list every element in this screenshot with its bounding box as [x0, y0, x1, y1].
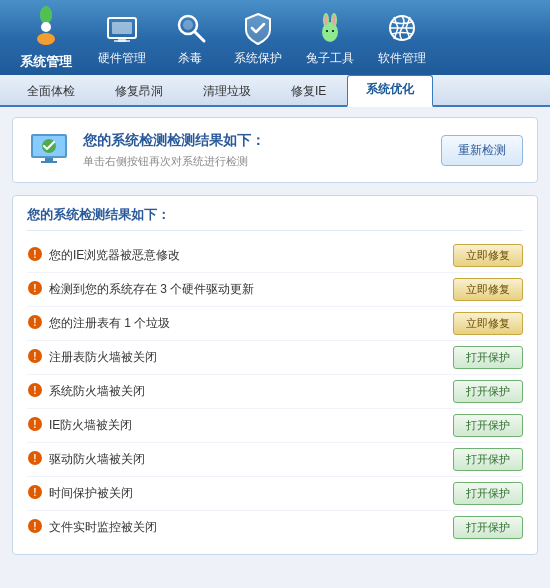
svg-point-4	[41, 22, 51, 32]
nav-software-label: 软件管理	[378, 50, 426, 67]
result-row: ! 注册表防火墙被关闭打开保护	[27, 341, 523, 375]
result-row: ! 检测到您的系统存在 3 个硬件驱动更新立即修复	[27, 273, 523, 307]
top-navigation: 系统管理 硬件管理 杀毒	[0, 0, 550, 75]
warning-icon: !	[27, 382, 43, 401]
action-button-sys-firewall[interactable]: 打开保护	[453, 380, 523, 403]
result-text-reg-firewall: 注册表防火墙被关闭	[49, 349, 157, 366]
warning-icon: !	[27, 246, 43, 265]
svg-point-18	[332, 30, 334, 32]
tab-full-check[interactable]: 全面体检	[8, 77, 94, 105]
result-text-file-monitor: 文件实时监控被关闭	[49, 519, 157, 536]
action-button-driver-firewall[interactable]: 打开保护	[453, 448, 523, 471]
result-left-reg-firewall: ! 注册表防火墙被关闭	[27, 348, 453, 367]
action-button-reg-junk[interactable]: 立即修复	[453, 312, 523, 335]
svg-point-16	[333, 15, 336, 26]
result-left-time-protection: ! 时间保护被关闭	[27, 484, 453, 503]
result-text-reg-junk: 您的注册表有 1 个垃圾	[49, 315, 170, 332]
warning-icon: !	[27, 518, 43, 537]
logo-button[interactable]: 系统管理	[8, 1, 84, 75]
action-button-file-monitor[interactable]: 打开保护	[453, 516, 523, 539]
rescan-button[interactable]: 重新检测	[441, 135, 523, 166]
result-text-time-protection: 时间保护被关闭	[49, 485, 133, 502]
result-left-driver-update: ! 检测到您的系统存在 3 个硬件驱动更新	[27, 280, 453, 299]
svg-text:!: !	[33, 283, 36, 294]
svg-text:!: !	[33, 351, 36, 362]
warning-icon: !	[27, 450, 43, 469]
nav-kill[interactable]: 杀毒	[160, 4, 220, 71]
svg-point-2	[40, 6, 52, 24]
result-row: ! 驱动防火墙被关闭打开保护	[27, 443, 523, 477]
results-list: ! 您的IE浏览器被恶意修改立即修复 ! 检测到您的系统存在 3 个硬件驱动更新…	[27, 239, 523, 544]
result-row: ! 文件实时监控被关闭打开保护	[27, 511, 523, 544]
summary-subtitle: 单击右侧按钮再次对系统进行检测	[83, 154, 265, 169]
tab-optimize[interactable]: 系统优化	[347, 75, 433, 107]
results-title: 您的系统检测结果如下：	[27, 206, 523, 231]
result-row: ! 您的IE浏览器被恶意修改立即修复	[27, 239, 523, 273]
action-button-time-protection[interactable]: 打开保护	[453, 482, 523, 505]
result-left-ie-firewall: ! IE防火墙被关闭	[27, 416, 453, 435]
result-text-ie-modified: 您的IE浏览器被恶意修改	[49, 247, 180, 264]
warning-icon: !	[27, 416, 43, 435]
svg-rect-25	[41, 161, 57, 163]
results-section: 您的系统检测结果如下： ! 您的IE浏览器被恶意修改立即修复 ! 检测到您的系统…	[12, 195, 538, 555]
warning-icon: !	[27, 280, 43, 299]
summary-text-block: 您的系统检测检测结果如下： 单击右侧按钮再次对系统进行检测	[83, 132, 265, 169]
svg-point-15	[325, 15, 328, 26]
kill-icon	[170, 8, 210, 48]
logo-icon	[24, 5, 68, 49]
nav-hardware[interactable]: 硬件管理	[88, 4, 156, 71]
nav-tools-label: 兔子工具	[306, 50, 354, 67]
protection-icon	[238, 8, 278, 48]
warning-icon: !	[27, 348, 43, 367]
summary-title: 您的系统检测检测结果如下：	[83, 132, 265, 150]
result-row: ! 时间保护被关闭打开保护	[27, 477, 523, 511]
warning-icon: !	[27, 484, 43, 503]
svg-text:!: !	[33, 453, 36, 464]
svg-rect-6	[112, 22, 132, 34]
result-left-ie-modified: ! 您的IE浏览器被恶意修改	[27, 246, 453, 265]
result-row: ! IE防火墙被关闭打开保护	[27, 409, 523, 443]
result-left-sys-firewall: ! 系统防火墙被关闭	[27, 382, 453, 401]
svg-point-3	[37, 33, 55, 45]
action-button-ie-modified[interactable]: 立即修复	[453, 244, 523, 267]
svg-text:!: !	[33, 419, 36, 430]
svg-text:!: !	[33, 317, 36, 328]
result-text-ie-firewall: IE防火墙被关闭	[49, 417, 132, 434]
result-text-driver-update: 检测到您的系统存在 3 个硬件驱动更新	[49, 281, 254, 298]
result-left-driver-firewall: ! 驱动防火墙被关闭	[27, 450, 453, 469]
result-row: ! 系统防火墙被关闭打开保护	[27, 375, 523, 409]
svg-text:!: !	[33, 249, 36, 260]
svg-text:!: !	[33, 487, 36, 498]
tab-repair-error[interactable]: 修复昂洞	[96, 77, 182, 105]
action-button-ie-firewall[interactable]: 打开保护	[453, 414, 523, 437]
result-left-file-monitor: ! 文件实时监控被关闭	[27, 518, 453, 537]
tab-bar: 全面体检 修复昂洞 清理垃圾 修复IE 系统优化	[0, 75, 550, 107]
result-left-reg-junk: ! 您的注册表有 1 个垃圾	[27, 314, 453, 333]
svg-point-17	[326, 30, 328, 32]
nav-kill-label: 杀毒	[178, 50, 202, 67]
svg-text:!: !	[33, 385, 36, 396]
hardware-icon	[102, 8, 142, 48]
action-button-reg-firewall[interactable]: 打开保护	[453, 346, 523, 369]
summary-left: 您的系统检测检测结果如下： 单击右侧按钮再次对系统进行检测	[27, 128, 265, 172]
nav-software[interactable]: 软件管理	[368, 4, 436, 71]
result-row: ! 您的注册表有 1 个垃圾立即修复	[27, 307, 523, 341]
svg-point-11	[183, 20, 193, 30]
nav-protection[interactable]: 系统保护	[224, 4, 292, 71]
result-text-driver-firewall: 驱动防火墙被关闭	[49, 451, 145, 468]
svg-rect-8	[114, 40, 130, 42]
warning-icon: !	[27, 314, 43, 333]
svg-text:!: !	[33, 521, 36, 532]
tab-clean-junk[interactable]: 清理垃圾	[184, 77, 270, 105]
action-button-driver-update[interactable]: 立即修复	[453, 278, 523, 301]
software-icon	[382, 8, 422, 48]
summary-computer-icon	[27, 128, 71, 172]
tab-repair-ie[interactable]: 修复IE	[272, 77, 345, 105]
nav-tools[interactable]: 兔子工具	[296, 4, 364, 71]
nav-protection-label: 系统保护	[234, 50, 282, 67]
tools-icon	[310, 8, 350, 48]
main-content: 您的系统检测检测结果如下： 单击右侧按钮再次对系统进行检测 重新检测 您的系统检…	[0, 107, 550, 588]
logo-label: 系统管理	[20, 53, 72, 71]
result-text-sys-firewall: 系统防火墙被关闭	[49, 383, 145, 400]
summary-box: 您的系统检测检测结果如下： 单击右侧按钮再次对系统进行检测 重新检测	[12, 117, 538, 183]
